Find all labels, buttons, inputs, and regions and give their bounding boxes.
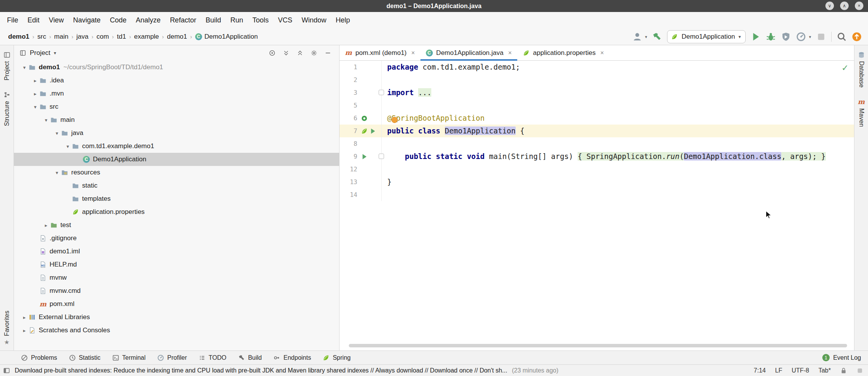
code-line-7[interactable]: 7public class Demo1Application { bbox=[340, 125, 854, 137]
caret-position-widget[interactable]: 7:14 bbox=[754, 367, 766, 374]
toolwindow-button-spring[interactable]: Spring bbox=[322, 354, 350, 361]
debug-button[interactable] bbox=[766, 32, 776, 42]
breadcrumb-item-example[interactable]: example bbox=[132, 32, 161, 41]
menu-edit[interactable]: Edit bbox=[23, 12, 44, 29]
editor-tab-demo1application-java[interactable]: CDemo1Application.java× bbox=[420, 45, 517, 60]
tree-chevron-icon[interactable]: ▸ bbox=[42, 222, 50, 228]
breadcrumb-item-demo1[interactable]: demo1 bbox=[6, 32, 31, 41]
tree-item-mvnw-cmd[interactable]: mvnw.cmd bbox=[14, 284, 339, 297]
more-run-options-icon[interactable]: ▾ bbox=[809, 34, 811, 39]
code-line-12[interactable]: 12 bbox=[340, 163, 854, 176]
tree-item-scratches-and-consoles[interactable]: ▸Scratches and Consoles bbox=[14, 324, 339, 337]
code-line-3[interactable]: 3import ... bbox=[340, 86, 854, 99]
close-tab-icon[interactable]: × bbox=[411, 50, 415, 56]
expand-all-button[interactable] bbox=[283, 50, 290, 56]
menu-vcs[interactable]: VCS bbox=[273, 12, 297, 29]
menu-tools[interactable]: Tools bbox=[248, 12, 273, 29]
code-line-1[interactable]: 1package com.td1.example.demo1; bbox=[340, 61, 854, 73]
indent-widget[interactable]: Tab* bbox=[818, 367, 831, 374]
code-line-13[interactable]: 13} bbox=[340, 176, 854, 188]
menu-analyze[interactable]: Analyze bbox=[131, 12, 165, 29]
encoding-widget[interactable]: UTF-8 bbox=[792, 367, 809, 374]
toolwindow-button-endpoints[interactable]: Endpoints bbox=[273, 354, 311, 361]
chevron-down-icon[interactable]: ▾ bbox=[54, 50, 56, 56]
toolwindow-button-build[interactable]: Build bbox=[238, 354, 262, 361]
toolwindow-button-terminal[interactable]: Terminal bbox=[112, 354, 146, 361]
menu-refactor[interactable]: Refactor bbox=[165, 12, 201, 29]
tree-item-gitignore[interactable]: .gitignore bbox=[14, 232, 339, 245]
breadcrumb-item-com[interactable]: com bbox=[94, 32, 111, 41]
run-button[interactable] bbox=[751, 32, 761, 42]
user-account-button[interactable] bbox=[632, 32, 642, 42]
tree-item-main[interactable]: ▾main bbox=[14, 113, 339, 126]
tree-chevron-icon[interactable]: ▾ bbox=[20, 65, 29, 70]
stripe-button-favorites[interactable]: Favorites★ bbox=[3, 311, 10, 346]
collapse-all-button[interactable] bbox=[297, 50, 304, 56]
tree-item-templates[interactable]: templates bbox=[14, 192, 339, 205]
stripe-button-structure[interactable]: Structure bbox=[3, 91, 10, 126]
search-everywhere-button[interactable] bbox=[837, 32, 847, 42]
tree-item-idea[interactable]: ▸.idea bbox=[14, 74, 339, 87]
hide-panel-button[interactable] bbox=[324, 50, 331, 56]
window-close-button[interactable]: × bbox=[855, 2, 863, 10]
menu-navigate[interactable]: Navigate bbox=[69, 12, 105, 29]
project-view-selector[interactable]: Project bbox=[30, 49, 50, 57]
fold-marker-icon[interactable] bbox=[379, 154, 384, 159]
close-tab-icon[interactable]: × bbox=[600, 50, 604, 56]
tree-chevron-icon[interactable]: ▸ bbox=[20, 314, 29, 320]
tree-chevron-icon[interactable]: ▸ bbox=[20, 328, 29, 333]
breadcrumb-item-demo1[interactable]: demo1 bbox=[165, 32, 189, 41]
code-line-8[interactable]: 8 bbox=[340, 137, 854, 150]
tree-item-resources[interactable]: ▾resources bbox=[14, 166, 339, 179]
editor-tab-application-properties[interactable]: application.properties× bbox=[517, 45, 609, 60]
menu-view[interactable]: View bbox=[44, 12, 69, 29]
tree-chevron-icon[interactable]: ▾ bbox=[53, 170, 61, 176]
toolwindow-button-profiler[interactable]: Profiler bbox=[157, 354, 187, 361]
breadcrumb-item-demo1application[interactable]: CDemo1Application bbox=[193, 32, 260, 41]
inspections-ok-icon[interactable]: ✓ bbox=[842, 63, 849, 73]
menu-build[interactable]: Build bbox=[201, 12, 226, 29]
menu-code[interactable]: Code bbox=[105, 12, 131, 29]
code-line-9[interactable]: 9 public static void main(String[] args)… bbox=[340, 150, 854, 163]
menu-run[interactable]: Run bbox=[226, 12, 248, 29]
build-project-button[interactable] bbox=[652, 32, 662, 42]
code-line-5[interactable]: 5 bbox=[340, 99, 854, 112]
tree-chevron-icon[interactable]: ▾ bbox=[42, 117, 50, 123]
toolwindow-button-todo[interactable]: TODO bbox=[199, 354, 226, 361]
profiler-button[interactable] bbox=[796, 32, 806, 42]
tree-item-java[interactable]: ▾java bbox=[14, 126, 339, 140]
coverage-button[interactable] bbox=[781, 32, 791, 42]
event-log-button[interactable]: 1 Event Log bbox=[822, 354, 861, 361]
status-message[interactable]: Download pre-built shared indexes: Reduc… bbox=[15, 367, 507, 374]
stripe-button-project[interactable]: Project bbox=[3, 51, 10, 80]
panel-settings-button[interactable] bbox=[310, 50, 317, 56]
tree-item-demo1[interactable]: ▾demo1~/cours/SpringBoot/TD/td1/demo1 bbox=[14, 61, 339, 74]
tree-item-mvnw[interactable]: mvnw bbox=[14, 271, 339, 284]
tree-chevron-icon[interactable]: ▾ bbox=[53, 130, 61, 136]
toolwindow-button-statistic[interactable]: Statistic bbox=[69, 354, 101, 361]
line-separator-widget[interactable]: LF bbox=[775, 367, 782, 374]
tree-chevron-icon[interactable]: ▸ bbox=[31, 78, 39, 84]
toolwindow-button-problems[interactable]: Problems bbox=[21, 354, 57, 361]
code-line-2[interactable]: 2 bbox=[340, 73, 854, 86]
menu-file[interactable]: File bbox=[2, 12, 23, 29]
tree-item-mvn[interactable]: ▸.mvn bbox=[14, 87, 339, 100]
close-tab-icon[interactable]: × bbox=[508, 50, 512, 56]
select-opened-file-button[interactable] bbox=[269, 50, 276, 56]
tree-item-static[interactable]: static bbox=[14, 179, 339, 192]
tree-item-external-libraries[interactable]: ▸External Libraries bbox=[14, 311, 339, 324]
stripe-button-database[interactable]: Database bbox=[858, 51, 865, 88]
breadcrumb-item-src[interactable]: src bbox=[35, 32, 48, 41]
code-line-6[interactable]: 6@SpringBootApplication bbox=[340, 112, 854, 125]
breadcrumb-item-td1[interactable]: td1 bbox=[115, 32, 128, 41]
tree-item-pom-xml[interactable]: mpom.xml bbox=[14, 297, 339, 311]
breadcrumb-item-java[interactable]: java bbox=[74, 32, 90, 41]
editor-tab-pom-xml-demo1[interactable]: mpom.xml (demo1)× bbox=[340, 45, 420, 60]
tree-chevron-icon[interactable]: ▾ bbox=[63, 144, 72, 149]
update-notification-button[interactable] bbox=[852, 32, 862, 42]
tree-item-help-md[interactable]: MDHELP.md bbox=[14, 258, 339, 271]
tree-item-demo1application[interactable]: CDemo1Application bbox=[14, 153, 339, 166]
editor-code[interactable]: 1package com.td1.example.demo1;23import … bbox=[340, 61, 854, 350]
tree-item-src[interactable]: ▾src bbox=[14, 100, 339, 113]
tree-chevron-icon[interactable]: ▸ bbox=[31, 91, 39, 97]
